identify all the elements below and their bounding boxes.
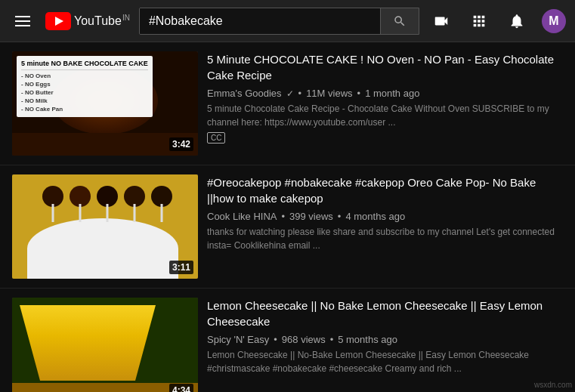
cakepop-ball bbox=[42, 186, 63, 207]
thumbnail-text-overlay: 5 minute NO BAKE CHOCOLATE CAKE - NO Ove… bbox=[17, 56, 153, 117]
thumbnail-3: 4:34 bbox=[12, 298, 198, 392]
thumbnail-image-3 bbox=[12, 298, 198, 392]
logo-text: YouTubeIN bbox=[74, 14, 130, 28]
video-meta: Emma's Goodies ✓ • 11M views • 1 month a… bbox=[207, 88, 563, 99]
channel-name: Cook Like HINA bbox=[207, 211, 277, 222]
search-area bbox=[139, 8, 419, 35]
channel-name: Emma's Goodies bbox=[207, 88, 282, 99]
video-item[interactable]: 3:11 #Oreocakepop #nobakecake #cakepop O… bbox=[0, 165, 575, 289]
cakepop-ball bbox=[124, 186, 145, 207]
video-title: #Oreocakepop #nobakecake #cakepop Oreo C… bbox=[207, 174, 563, 206]
video-description: 5 minute Chocolate Cake Recipe - Chocola… bbox=[207, 102, 563, 129]
cakepop-ball bbox=[151, 186, 172, 207]
youtube-logo[interactable]: YouTubeIN bbox=[45, 12, 130, 30]
apps-grid-icon bbox=[471, 13, 487, 29]
video-camera-icon bbox=[433, 13, 450, 29]
cc-badge: CC bbox=[207, 132, 225, 144]
video-title: Lemon Cheesecake || No Bake Lemon Cheese… bbox=[207, 298, 563, 329]
video-meta: Spicy 'N' Easy • 968 views • 5 months ag… bbox=[207, 334, 563, 345]
video-info-2: #Oreocakepop #nobakecake #cakepop Oreo C… bbox=[207, 174, 563, 279]
search-icon bbox=[393, 14, 407, 28]
notifications-button[interactable] bbox=[504, 8, 530, 34]
upload-age: 4 months ago bbox=[345, 211, 405, 222]
video-description: thanks for watching please like share an… bbox=[207, 225, 563, 252]
thumbnail-2: 3:11 bbox=[12, 174, 198, 279]
header: YouTubeIN M bbox=[0, 0, 575, 42]
video-list: 5 minute NO BAKE CHOCOLATE CAKE - NO Ove… bbox=[0, 42, 575, 392]
video-title: 5 Minute CHOCOLATE CAKE ! NO Oven - NO P… bbox=[207, 51, 563, 83]
channel-name: Spicy 'N' Easy bbox=[207, 334, 269, 345]
verified-icon: ✓ bbox=[286, 88, 294, 99]
create-video-button[interactable] bbox=[428, 8, 454, 34]
duration-badge: 3:11 bbox=[169, 261, 193, 274]
hamburger-menu-button[interactable] bbox=[9, 10, 36, 32]
video-info-3: Lemon Cheesecake || No Bake Lemon Cheese… bbox=[207, 298, 563, 392]
watermark: wsxdn.com bbox=[534, 381, 572, 389]
view-count: 399 views bbox=[289, 211, 333, 222]
duration-badge: 3:42 bbox=[169, 137, 193, 151]
header-right: M bbox=[428, 8, 566, 34]
bell-icon bbox=[509, 13, 525, 29]
view-count: 11M views bbox=[306, 88, 352, 99]
search-button[interactable] bbox=[380, 8, 419, 34]
view-count: 968 views bbox=[282, 334, 326, 345]
cakepop-ball bbox=[70, 186, 91, 207]
avatar[interactable]: M bbox=[542, 9, 566, 33]
video-meta: Cook Like HINA • 399 views • 4 months ag… bbox=[207, 211, 563, 222]
video-item[interactable]: 5 minute NO BAKE CHOCOLATE CAKE - NO Ove… bbox=[0, 42, 575, 165]
duration-badge: 4:34 bbox=[169, 384, 193, 392]
video-description: Lemon Cheesecake || No-Bake Lemon Cheese… bbox=[207, 348, 563, 375]
apps-grid-button[interactable] bbox=[466, 8, 492, 34]
video-info-1: 5 Minute CHOCOLATE CAKE ! NO Oven - NO P… bbox=[207, 51, 563, 156]
cakepop-ball bbox=[97, 186, 118, 207]
upload-age: 5 months ago bbox=[338, 334, 397, 345]
search-box bbox=[139, 8, 419, 35]
search-input[interactable] bbox=[140, 8, 380, 34]
cakepop-balls bbox=[42, 186, 172, 207]
thumbnail-1: 5 minute NO BAKE CHOCOLATE CAKE - NO Ove… bbox=[12, 51, 198, 156]
youtube-logo-icon bbox=[45, 12, 71, 30]
video-item[interactable]: 4:34 Lemon Cheesecake || No Bake Lemon C… bbox=[0, 289, 575, 392]
upload-age: 1 month ago bbox=[365, 88, 419, 99]
